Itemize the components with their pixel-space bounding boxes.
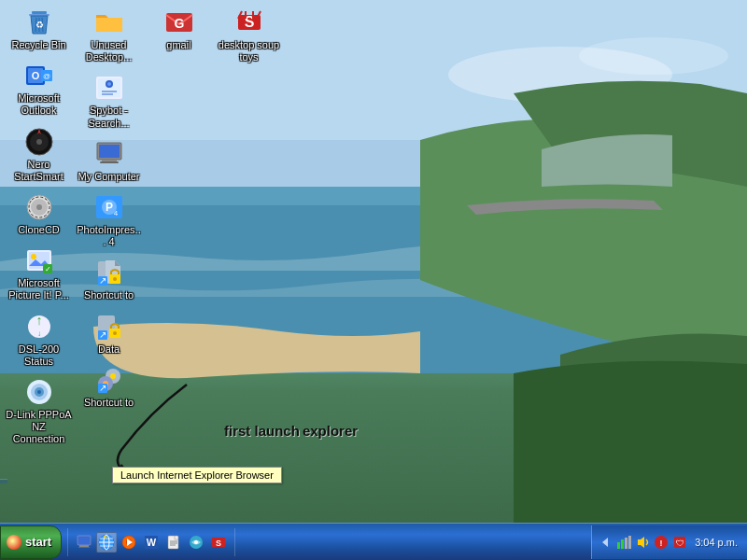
icon-dsl200[interactable]: ↑ ↓ DSL-200 Status [4, 308, 74, 371]
start-button[interactable]: start [0, 525, 62, 559]
svg-text:O: O [31, 70, 39, 81]
clonecd-icon [24, 192, 54, 222]
taskbar-divider-1 [67, 528, 68, 556]
svg-point-39 [107, 82, 111, 86]
taskbar-windows [237, 525, 591, 559]
svg-text:W: W [147, 537, 157, 548]
icon-unused-desktop[interactable]: Unused Desktop... [74, 4, 144, 67]
svg-text:🛡: 🛡 [676, 539, 684, 548]
ms-picture-label: Microsoft Picture It! P... [6, 277, 72, 301]
ie-tooltip: Launch Internet Explorer Browser [112, 467, 282, 483]
svg-rect-44 [102, 160, 117, 161]
svg-point-52 [113, 277, 117, 281]
svg-text:S: S [216, 539, 221, 548]
clonecd-label: CloneCD [18, 224, 60, 236]
tray-network[interactable] [616, 535, 631, 550]
svg-text:✓: ✓ [44, 265, 50, 273]
svg-rect-72 [79, 545, 89, 547]
svg-rect-35 [96, 18, 122, 32]
icon-dlink[interactable]: D-Link PPPoA NZ Connection [4, 373, 74, 450]
svg-text:@: @ [42, 72, 49, 80]
svg-point-25 [31, 254, 36, 259]
dsl-icon: ↑ ↓ [24, 312, 54, 342]
nero-icon [24, 127, 54, 157]
ql-word[interactable]: W [141, 532, 162, 553]
tray-collapse[interactable] [598, 535, 613, 550]
desktop-soup-label: desktop soup toys [216, 39, 282, 63]
my-computer-icon [94, 139, 124, 169]
gmail-label: gmail [166, 39, 190, 51]
svg-text:↗: ↗ [99, 329, 106, 340]
icon-my-computer[interactable]: My Computer [74, 135, 144, 187]
svg-rect-73 [78, 547, 90, 548]
svg-rect-94 [621, 539, 624, 549]
spybot-icon [94, 73, 124, 103]
svg-text:G: G [174, 16, 184, 31]
ql-icon6[interactable]: S [208, 532, 229, 553]
svg-text:!: ! [660, 539, 663, 548]
start-label: start [25, 535, 51, 549]
recycle-bin-label: Recycle Bin [11, 39, 65, 51]
icon-microsoft-outlook[interactable]: O @ Microsoft Outlook [4, 57, 74, 120]
svg-rect-6 [32, 11, 47, 14]
outlook-icon: O @ [24, 61, 54, 91]
start-orb [7, 535, 21, 550]
svg-rect-95 [625, 538, 627, 549]
svg-text:P: P [105, 201, 112, 214]
svg-text:★: ★ [103, 534, 107, 539]
taskbar: start ★ [0, 523, 747, 560]
svg-rect-96 [628, 536, 631, 549]
tray-security[interactable]: 🛡 [672, 535, 687, 550]
tray-time[interactable]: 3:04 p.m. [691, 537, 741, 548]
icon-photoimpress[interactable]: P 4 PhotoImpres... 4 [74, 189, 144, 252]
svg-point-3 [579, 37, 728, 75]
shortcut2-label: Shortcut to [84, 397, 134, 409]
dlink-icon [24, 377, 54, 407]
svg-rect-71 [78, 536, 91, 545]
ql-ie[interactable]: ★ [96, 532, 117, 553]
icon-nero[interactable]: Nero StartSmart [4, 123, 74, 187]
shortcut-data-icon: ↗ [94, 312, 124, 342]
ql-media[interactable] [119, 532, 139, 553]
icon-shortcut-2[interactable]: ↗ Shortcut to [74, 361, 144, 413]
svg-text:↗: ↗ [99, 383, 106, 393]
icon-desktop-soup[interactable]: S desktop soup toys [214, 4, 284, 67]
shortcut1-icon: ↗ [94, 258, 124, 287]
unused-desktop-label: Unused Desktop... [76, 39, 142, 63]
svg-text:4: 4 [113, 209, 118, 217]
photoimpress-icon: P 4 [94, 192, 124, 222]
svg-point-89 [194, 540, 198, 544]
photoimpress-label: PhotoImpres... 4 [76, 224, 142, 248]
icon-clonecd[interactable]: CloneCD [4, 189, 74, 240]
ql-document[interactable] [163, 532, 184, 553]
quick-launch-area: ★ W [70, 525, 233, 559]
desktop: ♻ Recycle Bin O @ Microsoft Outlook [0, 0, 747, 523]
ql-icon5[interactable] [186, 532, 206, 553]
recycle-bin-icon: ♻ [24, 7, 54, 37]
tray-volume[interactable] [635, 535, 650, 550]
taskbar-divider-2 [234, 528, 235, 556]
my-computer-label: My Computer [78, 171, 139, 183]
tray-antivirus[interactable]: ! [654, 535, 669, 550]
shortcut-data-label: Data [98, 343, 120, 356]
ql-show-desktop[interactable] [74, 532, 94, 553]
svg-marker-92 [602, 538, 608, 547]
shortcut1-label: Shortcut to [84, 289, 134, 301]
svg-rect-45 [100, 161, 119, 163]
svg-point-62 [110, 373, 116, 379]
icon-gmail[interactable]: G gmail [144, 4, 214, 55]
icon-shortcut-data[interactable]: ↗ Data [74, 308, 144, 359]
icon-recycle-bin[interactable]: ♻ Recycle Bin [4, 4, 74, 55]
svg-point-19 [36, 139, 42, 145]
svg-text:↓: ↓ [37, 329, 41, 338]
ms-picture-icon: ✓ [24, 245, 54, 275]
svg-point-22 [36, 204, 42, 210]
outlook-label: Microsoft Outlook [6, 92, 72, 117]
desktop-soup-icon: S [234, 7, 264, 37]
icon-spybot[interactable]: Spybot - Search... [74, 69, 144, 133]
svg-text:↑: ↑ [35, 313, 42, 328]
folder-icon [94, 7, 124, 37]
icon-ms-picture[interactable]: ✓ Microsoft Picture It! P... [4, 242, 74, 305]
shortcut2-icon: ↗ [94, 365, 124, 395]
icon-shortcut-1[interactable]: ↗ Shortcut to [74, 254, 144, 305]
